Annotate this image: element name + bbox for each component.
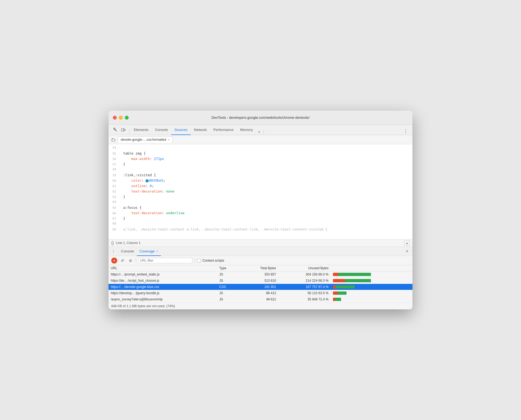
tab-network[interactable]: Network — [191, 125, 210, 135]
cell-total-bytes: 88 412 — [239, 290, 278, 296]
title-bar: DevTools - developers.google.com/web/too… — [109, 111, 412, 125]
cell-url: /async_survey?site=ylj5ifxusvvmr4p — [109, 296, 217, 303]
maximize-button[interactable] — [125, 116, 129, 120]
cell-coverage-bar — [331, 290, 412, 296]
tab-console-bottom[interactable]: Console — [118, 247, 137, 256]
active-file-tab[interactable]: devsite-google-....css:formatted × — [118, 136, 173, 143]
col-type: Type — [217, 265, 239, 271]
bottom-panel: ⋮ Console Coverage × × ● ↺ ⊘ Content scr… — [109, 247, 412, 309]
cell-unused-bytes: 56 115 63.5 % — [278, 290, 331, 296]
cell-coverage-bar — [331, 296, 412, 303]
code-line: 61 outline: 0; — [109, 183, 412, 189]
svg-rect-2 — [124, 129, 125, 131]
window-title: DevTools - developers.google.com/web/too… — [211, 116, 309, 120]
code-line: 59 :link,:visited { — [109, 172, 412, 178]
cell-url: https://... /prompt_embed_static.js — [109, 271, 217, 278]
col-total-bytes: Total Bytes — [239, 265, 278, 271]
cell-url: https://develop... /jquery-bundle.js — [109, 290, 217, 296]
coverage-reload-button[interactable]: ↺ — [119, 258, 125, 264]
cell-url: https://... /devsite-google-blue.css — [109, 284, 217, 290]
minimize-button[interactable] — [119, 116, 123, 120]
cell-unused-bytes: 35 948 72.4 % — [278, 296, 331, 303]
tab-sources[interactable]: Sources — [171, 125, 191, 135]
cell-total-bytes: 49 621 — [239, 296, 278, 303]
code-line: 64 — [109, 200, 412, 205]
content-scripts-checkbox-label[interactable]: Content scripts — [197, 259, 224, 262]
coverage-clear-button[interactable]: ⊘ — [128, 258, 134, 264]
toolbar-separator — [136, 258, 136, 263]
cell-type: JS — [217, 296, 239, 303]
toolbar-separator-2 — [195, 258, 195, 263]
cell-type: JS — [217, 290, 239, 296]
file-tab-bar: devsite-google-....css:formatted × — [109, 135, 412, 144]
code-line: 69 a:link, .devsite-toast-content a:link… — [109, 227, 412, 232]
device-toolbar-icon[interactable] — [120, 127, 126, 133]
tab-memory[interactable]: Memory — [237, 125, 256, 135]
coverage-table: URL Type Total Bytes Unused Bytes https:… — [109, 265, 412, 303]
cell-unused-bytes: 214 224 68.3 % — [278, 278, 331, 284]
code-line: 62 text-decoration: none — [109, 189, 412, 194]
code-line: 65 a:focus { — [109, 205, 412, 210]
coverage-footer: 848 KB of 1.1 MB bytes are not used. (74… — [109, 303, 412, 309]
code-line: 54 — [109, 145, 412, 151]
coverage-record-button[interactable]: ● — [111, 258, 117, 264]
traffic-lights — [113, 116, 129, 120]
more-tabs-button[interactable]: » — [256, 129, 262, 135]
code-line: 68 — [109, 221, 412, 227]
code-line: 57 } — [109, 162, 412, 167]
table-header-row: URL Type Total Bytes Unused Bytes — [109, 265, 412, 271]
cell-coverage-bar — [331, 271, 412, 278]
bottom-tab-more-icon[interactable]: ⋮ — [111, 249, 116, 254]
cell-total-bytes: 313 810 — [239, 278, 278, 284]
format-icon[interactable]: {} — [111, 241, 114, 245]
col-unused-bytes: Unused Bytes — [278, 265, 331, 271]
cell-total-bytes: 353 857 — [239, 271, 278, 278]
cell-coverage-bar — [331, 284, 412, 290]
cell-url: https://de... /script_foot_closure.js — [109, 278, 217, 284]
bottom-panel-close-button[interactable]: × — [404, 248, 410, 255]
cell-unused-bytes: 167 757 87.4 % — [278, 284, 331, 290]
code-lines: 54 55 table img { 56 max-width: 272px 57 — [109, 144, 412, 233]
cell-type: CSS — [217, 284, 239, 290]
table-row[interactable]: https://... /devsite-google-blue.cssCSS1… — [109, 284, 412, 290]
svg-rect-1 — [122, 129, 124, 131]
cell-type: JS — [217, 278, 239, 284]
coverage-toolbar: ● ↺ ⊘ Content scripts — [109, 256, 412, 265]
tab-performance[interactable]: Performance — [210, 125, 237, 135]
code-line: 58 — [109, 167, 412, 172]
code-line: 67 } — [109, 216, 412, 221]
inspect-icon[interactable] — [113, 127, 118, 133]
table-row[interactable]: https://develop... /jquery-bundle.jsJS88… — [109, 290, 412, 296]
cell-unused-bytes: 304 158 86.0 % — [278, 271, 331, 278]
cursor-position: Line 1, Column 1 — [116, 241, 141, 245]
file-navigator-icon[interactable] — [111, 137, 116, 142]
bottom-tabs-bar: ⋮ Console Coverage × × — [109, 247, 412, 256]
code-editor[interactable]: 54 55 table img { 56 max-width: 272px 57 — [109, 144, 412, 239]
file-tab-close-button[interactable]: × — [168, 138, 169, 141]
code-line: 63 } — [109, 194, 412, 200]
url-filter-input[interactable] — [138, 258, 192, 263]
table-row[interactable]: https://... /prompt_embed_static.jsJS353… — [109, 271, 412, 278]
close-button[interactable] — [113, 116, 117, 120]
code-line: 60 color: #039be5; — [109, 178, 412, 183]
svg-rect-4 — [112, 139, 115, 141]
cell-type: JS — [217, 271, 239, 278]
tab-separator — [129, 129, 129, 135]
devtools-menu-button[interactable]: ⋮ — [401, 128, 410, 135]
toolbar-icons — [111, 125, 128, 135]
svg-rect-3 — [112, 138, 113, 139]
code-line: 55 table img { — [109, 151, 412, 156]
tab-coverage[interactable]: Coverage × — [137, 247, 161, 256]
tab-elements[interactable]: Elements — [131, 125, 152, 135]
content-scripts-checkbox[interactable] — [197, 259, 201, 262]
table-row[interactable]: /async_survey?site=ylj5ifxusvvmr4pJS49 6… — [109, 296, 412, 303]
tab-console[interactable]: Console — [152, 125, 171, 135]
file-tab-label: devsite-google-....css:formatted — [121, 138, 166, 142]
scroll-to-top-button[interactable]: ▲ — [404, 240, 410, 246]
col-bar — [331, 265, 412, 271]
coverage-table-container: URL Type Total Bytes Unused Bytes https:… — [109, 265, 412, 303]
table-row[interactable]: https://de... /script_foot_closure.jsJS3… — [109, 278, 412, 284]
coverage-tab-close[interactable]: × — [156, 249, 158, 253]
code-line: 66 text-decoration: underline — [109, 210, 412, 216]
code-line: 56 max-width: 272px — [109, 156, 412, 162]
